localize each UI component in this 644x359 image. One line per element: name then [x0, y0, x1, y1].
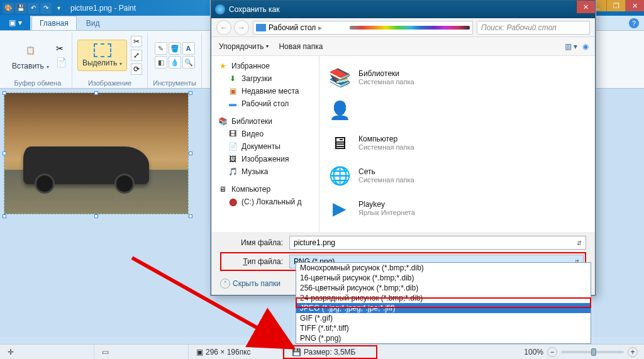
disk-icon: 💾	[292, 348, 301, 356]
ribbon-group-clipboard: 📋 Вставить ✂ 📄 Буфер обмена	[4, 33, 72, 88]
tab-view[interactable]: Вид	[78, 16, 108, 30]
playkey-large-icon: ▶	[327, 196, 352, 221]
image-dims-cell: ▣296 × 196пкс	[189, 345, 283, 359]
computer-large-icon: 🖥	[327, 130, 352, 155]
zoom-slider[interactable]	[561, 351, 624, 353]
filetype-option[interactable]: Монохромный рисунок (*.bmp;*.dib)	[296, 263, 591, 273]
filetype-dropdown-list[interactable]: Монохромный рисунок (*.bmp;*.dib) 16-цве…	[296, 262, 591, 344]
tree-music[interactable]: 🎵Музыка	[214, 165, 316, 178]
pencil-icon[interactable]: ✎	[155, 42, 167, 55]
tree-images[interactable]: 🖼Изображения	[214, 153, 316, 165]
select-button[interactable]: Выделить	[79, 41, 125, 69]
handle-s[interactable]	[94, 214, 98, 218]
filetype-option[interactable]: 24-разрядный рисунок (*.bmp;*.dib)	[296, 293, 591, 303]
download-arrow-icon: ⬇	[228, 74, 238, 84]
filename-dropdown-icon[interactable]	[577, 238, 582, 247]
filetype-option-jpeg[interactable]: JPEG (*.jpg;*.jpeg;*.jpe;*.jfif)	[296, 303, 591, 313]
list-item[interactable]: 🖥КомпьютерСистемная папка	[325, 126, 590, 159]
computer-icon: 🖥	[218, 184, 228, 194]
file-list[interactable]: 📚БиблиотекиСистемная папка 👤 🖥КомпьютерС…	[319, 56, 595, 232]
filetype-option[interactable]: GIF (*.gif)	[296, 313, 591, 323]
tree-documents[interactable]: 📄Документы	[214, 140, 316, 153]
handle-se[interactable]	[189, 214, 192, 218]
new-folder-button[interactable]: Новая папка	[279, 42, 323, 51]
cursor-position-cell: ✛	[0, 345, 94, 359]
list-item[interactable]: 🌐СетьСистемная папка	[325, 159, 590, 192]
dialog-title-bar[interactable]: Сохранить как ✕	[211, 1, 595, 18]
handle-ne[interactable]	[189, 91, 192, 95]
filetype-option[interactable]: TIFF (*.tif;*.tiff)	[296, 323, 591, 333]
dialog-close-button[interactable]: ✕	[576, 1, 595, 13]
handle-w[interactable]	[3, 152, 6, 155]
help-icon[interactable]: ?	[629, 18, 639, 28]
crop-icon[interactable]: ✂	[131, 36, 142, 47]
tree-computer[interactable]: 🖥Компьютер	[214, 183, 316, 196]
list-item[interactable]: 📚БиблиотекиСистемная папка	[325, 61, 590, 94]
chevron-right-icon[interactable]: ▸	[318, 23, 322, 32]
canvas-image[interactable]	[4, 92, 189, 214]
close-button[interactable]: ✕	[625, 0, 644, 11]
file-size-cell: 💾Размер: 3,5МБ	[283, 345, 377, 359]
status-bar: ✛ ▭ ▣296 × 196пкс 💾Размер: 3,5МБ 100% − …	[0, 344, 644, 359]
paste-button[interactable]: 📋 Вставить	[9, 38, 52, 72]
filename-input[interactable]: picture1.png	[289, 236, 586, 250]
search-input[interactable]: Поиск: Рабочий стол	[477, 21, 590, 35]
filetype-option[interactable]: PNG (*.png)	[296, 333, 591, 343]
handle-sw[interactable]	[3, 214, 6, 218]
cut-icon[interactable]: ✂	[56, 43, 67, 53]
qat-more-icon[interactable]: ▾	[53, 3, 64, 14]
user-large-icon: 👤	[327, 97, 352, 123]
hide-folders-button[interactable]: ˄Скрыть папки	[220, 279, 280, 289]
tab-home[interactable]: Главная	[31, 16, 77, 30]
selection-icon: ▭	[102, 348, 109, 356]
tree-videos[interactable]: 🎞Видео	[214, 128, 316, 140]
chevron-up-circle-icon: ˄	[220, 279, 230, 289]
star-icon: ★	[218, 61, 228, 71]
libraries-large-icon: 📚	[327, 65, 352, 90]
breadcrumb-label: Рабочий стол	[269, 23, 316, 32]
qat-save-icon[interactable]: 💾	[15, 3, 26, 14]
tree-drive-c[interactable]: ⬤(С:) Локальный д	[214, 196, 316, 208]
tree-libraries[interactable]: 📚Библиотеки	[214, 115, 316, 128]
copy-icon[interactable]: 📄	[56, 57, 67, 67]
filetype-option[interactable]: 16-цветный рисунок (*.bmp;*.dib)	[296, 273, 591, 283]
filename-label: Имя файла:	[220, 238, 283, 247]
tree-favorites[interactable]: ★Избранное	[214, 60, 316, 72]
picker-icon[interactable]: 💧	[169, 56, 181, 69]
list-item[interactable]: ▶PlaykeyЯрлык Интернета	[325, 192, 590, 224]
nav-tree[interactable]: ★Избранное ⬇Загрузки ▣Недавние места ▬Ра…	[211, 56, 319, 232]
resize-icon[interactable]: ⤢	[131, 50, 142, 61]
organize-button[interactable]: Упорядочить ▾	[219, 42, 269, 51]
text-icon[interactable]: A	[182, 42, 195, 55]
maximize-button[interactable]: ❐	[606, 0, 625, 11]
zoom-in-button[interactable]: +	[628, 347, 638, 357]
nav-forward-button[interactable]: →	[234, 20, 249, 35]
fill-icon[interactable]: 🪣	[169, 42, 181, 55]
select-rect-icon	[94, 43, 111, 57]
change-view-button[interactable]: ▥ ▾	[565, 42, 577, 51]
handle-e[interactable]	[189, 152, 192, 155]
tree-downloads[interactable]: ⬇Загрузки	[214, 72, 316, 85]
help-small-icon[interactable]: ◉	[582, 42, 589, 51]
window-title: picture1.png - Paint	[70, 4, 136, 13]
breadcrumb[interactable]: Рабочий стол ▸	[253, 21, 473, 35]
rotate-icon[interactable]: ⟳	[131, 64, 142, 75]
handle-nw[interactable]	[3, 91, 6, 95]
tree-desktop[interactable]: ▬Рабочий стол	[214, 97, 316, 110]
tree-recent[interactable]: ▣Недавние места	[214, 85, 316, 97]
ribbon-group-image: Выделить ✂ ⤢ ⟳ Изображение	[72, 33, 148, 88]
handle-n[interactable]	[94, 91, 98, 95]
qat-redo-icon[interactable]: ↷	[40, 3, 52, 14]
file-menu-button[interactable]: ▣▾	[0, 15, 30, 30]
magnify-icon[interactable]: 🔍	[182, 56, 195, 69]
clipboard-icon: 📋	[20, 40, 40, 60]
dialog-toolbar: Упорядочить ▾ Новая папка ▥ ▾ ◉	[211, 37, 595, 56]
filetype-option[interactable]: 256-цветный рисунок (*.bmp;*.dib)	[296, 283, 591, 293]
qat-undo-icon[interactable]: ↶	[28, 3, 39, 14]
zoom-percent: 100%	[524, 348, 543, 356]
eraser-icon[interactable]: ◧	[155, 56, 167, 69]
crosshair-icon: ✛	[8, 348, 14, 356]
nav-back-button[interactable]: ←	[216, 20, 231, 35]
list-item[interactable]: 👤	[325, 94, 590, 126]
zoom-out-button[interactable]: −	[547, 347, 557, 357]
